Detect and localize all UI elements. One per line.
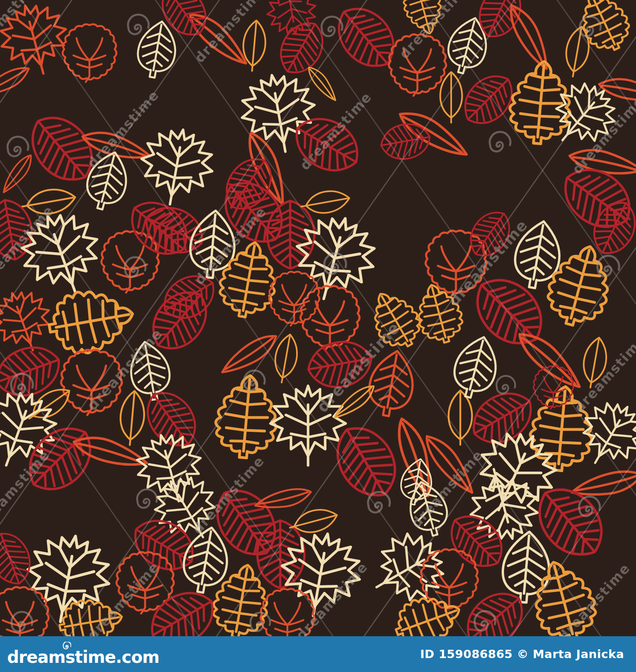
watermark-spiral-icon <box>137 489 157 508</box>
leaf-birch <box>500 530 552 604</box>
watermark-text: dreamstime <box>189 453 267 537</box>
leaf-ribbed <box>326 0 406 78</box>
leaf-willow <box>570 466 636 503</box>
leaf-oval <box>118 390 146 446</box>
watermark-spiral-icon <box>12 612 32 631</box>
leaf-maple <box>135 124 219 211</box>
leaf-willow <box>304 64 341 104</box>
watermark-spiral-icon <box>490 132 510 151</box>
leaf-willow <box>503 0 556 73</box>
leaves-layer <box>0 0 636 636</box>
watermark-spiral-icon <box>8 137 28 156</box>
leaf-ribbed <box>19 104 105 193</box>
leaf-oak <box>213 373 280 460</box>
watermark-text: dreamstime <box>84 87 162 171</box>
leaf-maple <box>12 203 112 306</box>
leaf-maple <box>262 0 320 38</box>
leaf-maple <box>286 208 383 309</box>
watermark-spiral-icon <box>128 15 149 34</box>
leaf-birch <box>443 13 493 78</box>
leaf-oval <box>440 72 462 122</box>
leaf-ribbed <box>120 190 198 266</box>
stock-image-preview: dreamstimedreamstimedreamstimedreamstime… <box>0 0 636 672</box>
watermark-text: dreamstime <box>396 0 474 62</box>
leaf-oval <box>562 25 592 78</box>
leaf-ribbed <box>0 527 37 590</box>
watermark-spiral-icon <box>244 371 265 390</box>
leaf-ribbed <box>325 416 408 507</box>
leaf-willow <box>395 105 473 162</box>
leaf-birch <box>448 332 504 402</box>
leaf-willow <box>218 329 281 381</box>
footer-bar: dreamstime.com ID 159086865 © Marta Jani… <box>0 636 636 672</box>
leaf-aspen <box>62 24 116 82</box>
leaf-aspen <box>101 231 159 292</box>
leaf-aspen <box>269 272 320 326</box>
leaf-oak <box>45 284 138 359</box>
leaf-pattern-svg: dreamstimedreamstimedreamstimedreamstime… <box>0 0 636 636</box>
leaf-maple <box>236 69 322 158</box>
dreamstime-logo-spiral-icon <box>62 642 71 651</box>
leaf-willow <box>0 151 36 197</box>
dreamstime-logo: dreamstime.com <box>7 647 159 667</box>
leaf-oval <box>448 390 472 445</box>
leaf-oval <box>287 505 339 538</box>
autumn-leaves-pattern: dreamstimedreamstimedreamstimedreamstime… <box>0 0 636 636</box>
leaf-willow <box>71 432 150 472</box>
leaf-ribbed <box>456 582 533 636</box>
watermark-spiral-icon <box>496 376 515 393</box>
image-id-and-author-credit: ID 159086865 © Marta Janicka <box>420 636 624 672</box>
watermark-text: dreamstime <box>191 0 269 66</box>
leaf-willow <box>0 62 33 103</box>
